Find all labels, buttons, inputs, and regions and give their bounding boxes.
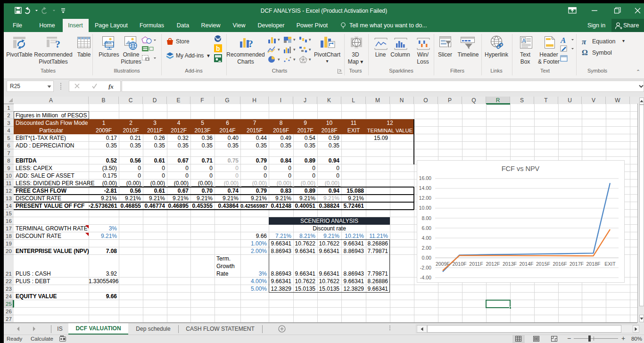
svg-text:2013F: 2013F [503,261,517,267]
svg-text:12.00: 12.00 [419,195,431,201]
svg-text:2014F: 2014F [519,261,534,267]
svg-text:FCF vs NPV: FCF vs NPV [502,165,540,172]
svg-text:2016F: 2016F [553,261,567,267]
svg-text:0.00: 0.00 [421,255,431,261]
svg-text:2015F: 2015F [536,261,551,267]
svg-text:6.00: 6.00 [421,225,431,231]
svg-text:-2.00: -2.00 [420,265,431,270]
svg-text:2.00: 2.00 [421,245,431,251]
svg-text:?: ? [55,38,60,50]
svg-text:EXIT: EXIT [604,261,616,267]
svg-text:2012F: 2012F [486,261,500,267]
svg-text:2011F: 2011F [469,261,483,267]
svg-text:2010F: 2010F [452,261,467,267]
svg-text:2018F: 2018F [586,261,601,267]
svg-text:10.00: 10.00 [419,205,431,211]
svg-text:2017F: 2017F [570,261,584,267]
svg-text:-4.00: -4.00 [420,275,431,280]
svg-text:4.00: 4.00 [421,235,431,241]
svg-text:?: ? [248,38,253,49]
svg-text:14.00: 14.00 [419,185,431,191]
svg-text:8.00: 8.00 [421,215,431,221]
svg-text:fx: fx [108,83,114,90]
svg-text:16.00: 16.00 [419,175,431,181]
svg-text:A: A [522,38,526,43]
svg-text:A: A [560,36,566,45]
